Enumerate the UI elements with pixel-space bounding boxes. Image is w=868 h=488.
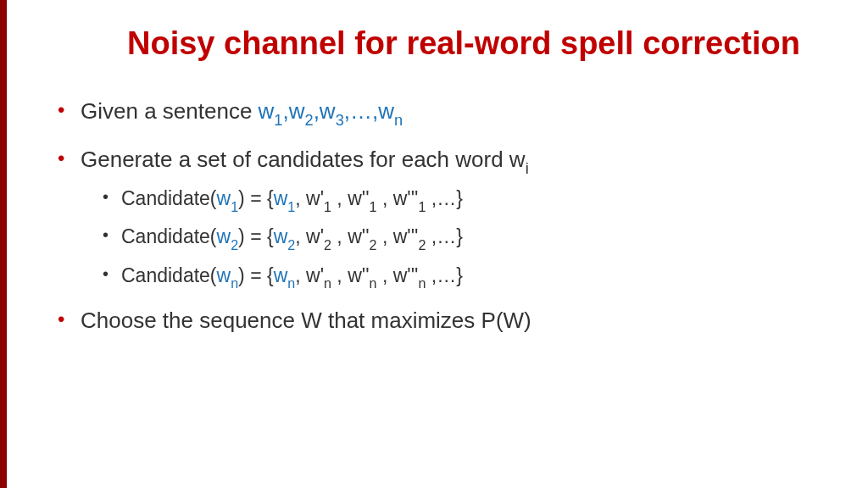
comma-1: , bbox=[282, 98, 288, 124]
candidate-w2: Candidate(w2) = {w2, w'2 , w''2 , w'''2 … bbox=[97, 223, 834, 252]
slide-title: Noisy channel for real-word spell correc… bbox=[93, 25, 834, 62]
var-w3: w3 bbox=[320, 98, 344, 124]
sub-i: i bbox=[526, 160, 529, 177]
var-wn: wn bbox=[378, 98, 403, 124]
text-given: Given a sentence bbox=[81, 98, 259, 124]
bullet-choose-sequence: Choose the sequence W that maximizes P(W… bbox=[51, 305, 834, 336]
candidate-sub-list: Candidate(w1) = {w1, w'1 , w''1 , w'''1 … bbox=[81, 185, 834, 291]
text-choose: Choose the sequence W that maximizes P(W… bbox=[81, 308, 531, 333]
bullet-given-sentence: Given a sentence w1,w2,w3,…,wn bbox=[51, 96, 834, 130]
main-bullet-list: Given a sentence w1,w2,w3,…,wn Generate … bbox=[42, 96, 834, 336]
var-w2: w2 bbox=[289, 98, 314, 124]
slide-left-border bbox=[0, 0, 7, 488]
bullet-generate-candidates: Generate a set of candidates for each wo… bbox=[51, 144, 834, 291]
candidate-wn: Candidate(wn) = {wn, w'n , w''n , w'''n … bbox=[97, 262, 834, 291]
ellipsis: ,…, bbox=[344, 98, 378, 124]
candidate-w1: Candidate(w1) = {w1, w'1 , w''1 , w'''1 … bbox=[97, 185, 834, 214]
var-w1: w1 bbox=[259, 98, 283, 124]
slide-content: Noisy channel for real-word spell correc… bbox=[0, 0, 868, 336]
comma-2: , bbox=[314, 98, 320, 124]
text-generate: Generate a set of candidates for each wo… bbox=[81, 147, 526, 172]
